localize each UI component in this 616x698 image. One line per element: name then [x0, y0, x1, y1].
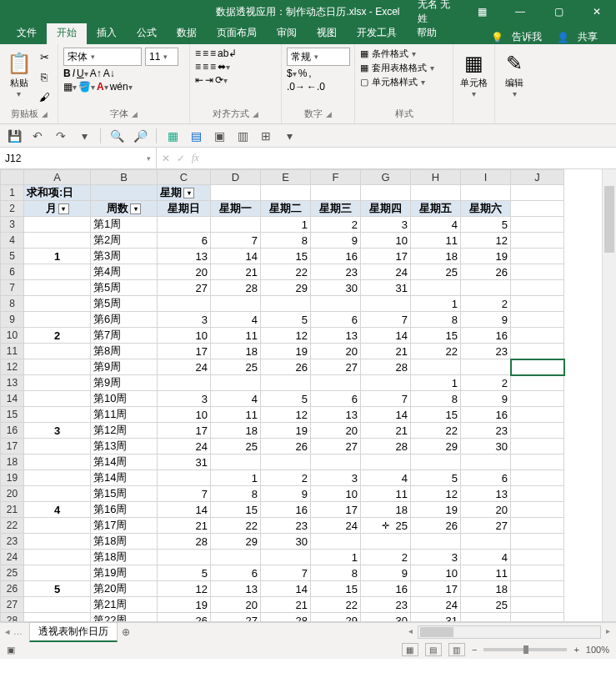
row-header[interactable]: 21 — [1, 502, 24, 518]
column-header[interactable]: F — [311, 170, 361, 185]
cell[interactable]: 第19周 — [91, 565, 158, 581]
cell[interactable]: 第7周 — [91, 328, 158, 344]
cell[interactable] — [511, 391, 564, 407]
cell[interactable]: 第1周 — [91, 217, 158, 233]
cell[interactable] — [24, 470, 91, 486]
cell[interactable] — [24, 359, 91, 375]
cell[interactable]: 12 — [411, 486, 461, 502]
font-name-combo[interactable]: 宋体▾ — [63, 48, 142, 66]
cell[interactable]: 12 — [261, 407, 311, 423]
qat-icon[interactable]: ▦ — [163, 127, 182, 145]
cell[interactable] — [461, 359, 511, 375]
cell[interactable]: 15 — [311, 581, 361, 597]
cell[interactable] — [511, 454, 564, 470]
cell[interactable]: 21 — [158, 518, 211, 534]
cell[interactable]: 28 — [158, 534, 211, 550]
cell[interactable] — [24, 565, 91, 581]
row-header[interactable]: 23 — [1, 534, 24, 550]
cancel-formula-icon[interactable]: ✕ — [162, 153, 170, 164]
cell[interactable]: 8 — [411, 312, 461, 328]
cell[interactable]: 24 — [411, 597, 461, 613]
cell[interactable] — [158, 217, 211, 233]
cell[interactable] — [24, 597, 91, 613]
italic-button[interactable]: I — [73, 68, 75, 79]
cell[interactable]: 21 — [261, 597, 311, 613]
cell[interactable]: 第18周 — [91, 534, 158, 550]
comma-button[interactable]: , — [308, 68, 311, 79]
column-header[interactable]: J — [511, 170, 564, 185]
cell[interactable]: 6 — [158, 233, 211, 249]
cell[interactable]: 20 — [311, 344, 361, 359]
cell[interactable]: 19 — [261, 423, 311, 439]
row-header[interactable]: 28 — [1, 613, 24, 623]
row-header[interactable]: 14 — [1, 391, 24, 407]
cut-button[interactable]: ✂ — [36, 48, 53, 65]
cell[interactable]: 4 — [24, 502, 91, 518]
cell[interactable]: 第21周 — [91, 597, 158, 613]
cell[interactable]: 8 — [411, 391, 461, 407]
zoom-in-button[interactable]: 🔎 — [131, 127, 149, 145]
row-header[interactable]: 4 — [1, 233, 24, 249]
cell[interactable] — [511, 486, 564, 502]
cell[interactable]: 25 — [211, 439, 261, 454]
formula-input[interactable] — [204, 148, 616, 168]
increase-font-button[interactable]: A↑ — [90, 68, 102, 79]
row-header[interactable]: 7 — [1, 280, 24, 296]
cell[interactable]: 23 — [361, 597, 411, 613]
cell[interactable] — [511, 534, 564, 550]
name-box[interactable]: J12▾ — [0, 148, 157, 168]
cell[interactable] — [411, 185, 461, 201]
cell[interactable]: 11 — [461, 565, 511, 581]
cell[interactable] — [24, 217, 91, 233]
cell[interactable]: 9 — [311, 233, 361, 249]
cell[interactable] — [211, 550, 261, 565]
cell[interactable]: 14 — [211, 249, 261, 264]
cell[interactable]: 23 — [311, 264, 361, 280]
column-header[interactable]: B — [91, 170, 158, 185]
cell[interactable]: 8 — [261, 233, 311, 249]
cell[interactable]: 第5周 — [91, 296, 158, 312]
cell[interactable] — [24, 312, 91, 328]
cell[interactable] — [211, 454, 261, 470]
cell[interactable] — [24, 486, 91, 502]
cell[interactable]: 星期一 — [211, 201, 261, 217]
cell[interactable] — [158, 296, 211, 312]
cell[interactable]: 3 — [311, 470, 361, 486]
cell[interactable]: 星期五 — [411, 201, 461, 217]
wrap-text-button[interactable]: ab↲ — [218, 48, 237, 59]
cell[interactable]: 27 — [311, 359, 361, 375]
increase-decimal-button[interactable]: .0→ — [287, 81, 305, 93]
underline-button[interactable]: U▾ — [77, 68, 88, 79]
cell[interactable] — [411, 359, 461, 375]
decrease-decimal-button[interactable]: ←.0 — [307, 81, 325, 93]
row-header[interactable]: 1 — [1, 185, 24, 201]
filter-dropdown-icon[interactable]: ▾ — [130, 203, 141, 214]
cell[interactable] — [24, 344, 91, 359]
cell[interactable] — [24, 454, 91, 470]
cell[interactable]: 第13周 — [91, 439, 158, 454]
align-middle-button[interactable]: ≡ — [203, 48, 208, 59]
cell[interactable] — [511, 359, 564, 375]
cell[interactable]: 7 — [361, 391, 411, 407]
cell[interactable]: 3 — [158, 391, 211, 407]
cell[interactable]: 20 — [211, 597, 261, 613]
cell[interactable]: 15 — [261, 249, 311, 264]
align-left-button[interactable]: ≡ — [195, 61, 201, 73]
cell[interactable]: 24 — [158, 359, 211, 375]
row-header[interactable]: 11 — [1, 344, 24, 359]
qat-icon[interactable]: ▣ — [210, 127, 228, 145]
close-button[interactable]: ✕ — [578, 0, 616, 23]
font-size-combo[interactable]: 11▾ — [145, 48, 178, 66]
cell[interactable]: 26 — [261, 439, 311, 454]
row-header[interactable]: 20 — [1, 486, 24, 502]
cell[interactable]: 31 — [158, 454, 211, 470]
cell[interactable]: 17 — [311, 502, 361, 518]
cell[interactable]: 7 — [261, 565, 311, 581]
cell[interactable] — [158, 375, 211, 391]
ribbon-tab-审阅[interactable]: 审阅 — [267, 23, 307, 44]
cell[interactable] — [261, 296, 311, 312]
cell[interactable]: 2 — [311, 217, 361, 233]
cell[interactable]: 9 — [461, 312, 511, 328]
cell[interactable] — [24, 391, 91, 407]
column-header[interactable]: D — [211, 170, 261, 185]
